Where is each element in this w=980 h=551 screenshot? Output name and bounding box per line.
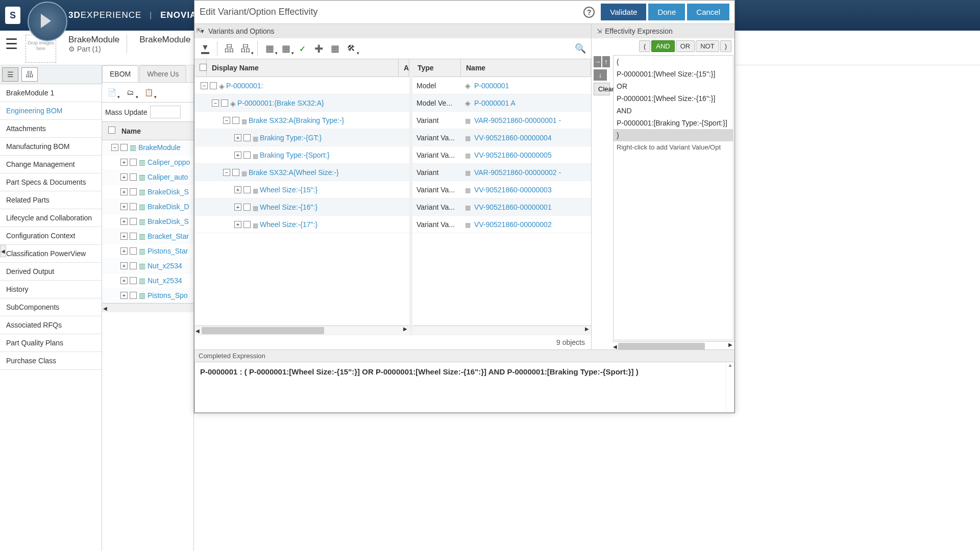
filter-icon[interactable]	[199, 42, 212, 55]
nav-subcomponents[interactable]: SubComponents	[0, 298, 102, 316]
expand-icon[interactable]	[120, 292, 128, 299]
dock-out-icon[interactable]: ⇱	[197, 27, 202, 34]
bom-row[interactable]: ▥BrakeModule	[102, 140, 193, 155]
bom-row[interactable]: ▥Nut_x2534	[102, 259, 193, 273]
ebom-hscroll[interactable]: ◀	[102, 303, 193, 312]
expand-icon[interactable]	[120, 203, 128, 210]
eff-hscroll[interactable]: ◀▶	[612, 341, 734, 349]
tab-ebom[interactable]: EBOM	[102, 65, 138, 82]
row-checkbox[interactable]	[243, 204, 251, 211]
expand-icon[interactable]	[120, 159, 128, 166]
select-all-checkbox[interactable]	[200, 64, 207, 71]
move-down-icon[interactable]: ↓	[594, 69, 607, 81]
variant-name-link[interactable]: VV-90521860-00000004	[474, 134, 552, 142]
bom-link[interactable]: Caliper_oppo	[148, 158, 190, 166]
nav-lifecycle-and-collaboration[interactable]: Lifecycle and Collaboration	[0, 209, 102, 227]
variant-display-link[interactable]: Brake SX32:A{Braking Type:-}	[249, 116, 344, 124]
variant-row[interactable]: Wheel Size:-{16":}	[194, 198, 409, 216]
variant-name-link[interactable]: P-0000001 A	[474, 99, 516, 107]
variant-display-link[interactable]: Brake SX32:A{Wheel Size:-}	[249, 168, 339, 177]
variant-display-link[interactable]: Braking Type:-{Sport:}	[260, 151, 330, 159]
tools-icon[interactable]: ▾	[345, 42, 358, 55]
row-checkbox[interactable]	[120, 144, 128, 151]
eff-line[interactable]: P-0000001:[Wheel Size:-{15":}]	[614, 68, 733, 80]
bom-link[interactable]: BrakeModule	[138, 143, 181, 152]
nav-engineering-bom[interactable]: Engineering BOM	[0, 102, 102, 120]
expand-icon[interactable]	[120, 277, 128, 284]
nav-derived-output[interactable]: Derived Output	[0, 263, 102, 281]
tool-3[interactable]: 📋▾	[142, 86, 155, 99]
variant-display-link[interactable]: P-0000001:{Brake SX32:A}	[237, 99, 324, 107]
variants-right-hscroll[interactable]: ▶	[412, 325, 591, 335]
tool-2[interactable]: 🗂▾	[124, 86, 137, 99]
nav-part-specs-documents[interactable]: Part Specs & Documents	[0, 173, 102, 191]
row-checkbox[interactable]	[130, 188, 137, 195]
variant-row[interactable]: P-0000001:{Brake SX32:A}	[194, 94, 409, 112]
nav-configuration-context[interactable]: Configuration Context	[0, 227, 102, 245]
row-checkbox[interactable]	[130, 247, 137, 255]
expand-icon[interactable]	[120, 233, 128, 240]
row-checkbox[interactable]	[243, 186, 251, 193]
nav-manufacturing-bom[interactable]: Manufacturing BOM	[0, 138, 102, 156]
bom-link[interactable]: BrakeDisk_D	[148, 203, 189, 211]
expand-icon[interactable]	[234, 186, 241, 193]
validate-button[interactable]: Validate	[601, 4, 646, 20]
nav-attachments[interactable]: Attachments	[0, 120, 102, 138]
op-and[interactable]: AND	[651, 40, 674, 52]
completed-vscroll[interactable]: ▲	[726, 362, 734, 412]
variant-row[interactable]: Wheel Size:-{15":}	[194, 181, 409, 198]
nav-history[interactable]: History	[0, 281, 102, 298]
row-checkbox[interactable]	[130, 203, 137, 210]
bom-row[interactable]: ▥Caliper_oppo	[102, 155, 193, 170]
view-tree-icon[interactable]: 品	[21, 67, 38, 82]
bom-link[interactable]: Nut_x2534	[148, 262, 182, 270]
add-row-icon[interactable]	[312, 42, 325, 55]
expand-icon[interactable]	[212, 99, 219, 107]
collapse-left-icon[interactable]: ◀	[0, 245, 6, 257]
variant-row[interactable]: Braking Type:-{Sport:}	[194, 146, 409, 164]
bom-row[interactable]: ▥Caliper_auto	[102, 170, 193, 185]
bom-row[interactable]: ▥Pistons_Star	[102, 244, 193, 259]
eff-line[interactable]: P-0000001:[Braking Type:-{Sport:}]	[614, 117, 733, 129]
mass-update-input[interactable]	[150, 106, 181, 118]
variant-row[interactable]: Brake SX32:A{Wheel Size:-}	[194, 164, 409, 181]
help-icon[interactable]: ?	[583, 7, 595, 18]
op-or[interactable]: OR	[676, 40, 695, 52]
variants-left-hscroll[interactable]: ◀▶	[194, 325, 409, 335]
expand-icon[interactable]	[201, 82, 208, 89]
nav-purchase-class[interactable]: Purchase Class	[0, 352, 102, 370]
expand-icon[interactable]	[120, 188, 128, 195]
variant-display-link[interactable]: Braking Type:-{GT:}	[260, 134, 322, 142]
find-icon[interactable]	[574, 42, 587, 55]
bom-row[interactable]: ▥Pistons_Spo	[102, 288, 193, 303]
expand-icon[interactable]	[234, 221, 241, 228]
row-checkbox[interactable]	[130, 159, 137, 166]
row-checkbox[interactable]	[130, 292, 137, 299]
nav-brakemodule-1[interactable]: BrakeModule 1	[0, 84, 102, 102]
bom-link[interactable]: BrakeDisk_S	[148, 188, 189, 196]
eff-line[interactable]: (	[614, 56, 733, 68]
eff-line[interactable]: )	[614, 129, 733, 141]
columns-icon[interactable]	[328, 42, 341, 55]
done-button[interactable]: Done	[648, 4, 685, 20]
bom-row[interactable]: ▥BrakeDisk_S	[102, 214, 193, 229]
row-checkbox[interactable]	[130, 262, 137, 269]
col-display-name[interactable]: Display Name	[207, 59, 399, 77]
row-checkbox[interactable]	[243, 134, 251, 141]
table-view-icon[interactable]: ▾	[263, 42, 276, 55]
eff-line[interactable]: P-0000001:[Wheel Size:-{16":}]	[614, 92, 733, 105]
expand-icon[interactable]	[120, 173, 128, 181]
expand-icon[interactable]	[223, 117, 230, 124]
variant-row[interactable]: Brake SX32:A{Braking Type:-}	[194, 112, 409, 129]
expand-icon[interactable]	[234, 134, 241, 141]
row-checkbox[interactable]	[232, 117, 239, 124]
move-right-icon[interactable]: →	[594, 56, 601, 67]
move-up-icon[interactable]: ↑	[602, 56, 610, 67]
nav-associated-rfqs[interactable]: Associated RFQs	[0, 316, 102, 334]
bom-link[interactable]: BrakeDisk_S	[148, 217, 189, 226]
variant-row[interactable]: P-0000001:	[194, 77, 409, 94]
hierarchy-icon[interactable]	[223, 42, 236, 55]
compass-widget[interactable]	[28, 2, 68, 42]
row-checkbox[interactable]	[243, 221, 251, 228]
expand-icon[interactable]	[120, 262, 128, 269]
